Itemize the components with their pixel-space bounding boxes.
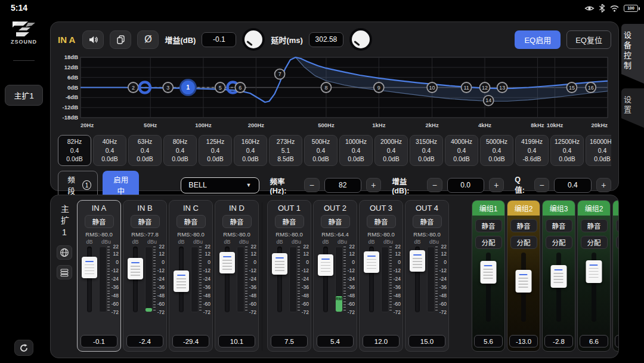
mute-button[interactable]: 静音 xyxy=(321,215,350,228)
channel-strip-out-4[interactable]: OUT 4静音RMS:-80.0dBdBu22120-12-24-36-48-6… xyxy=(405,200,449,352)
refresh-button[interactable] xyxy=(14,340,33,356)
eq-point-9[interactable]: 9 xyxy=(374,82,384,93)
tab-settings[interactable]: 设置 xyxy=(621,88,644,128)
eq-enable-button[interactable]: EQ启用 xyxy=(515,30,561,49)
channel-strip-in-d[interactable]: IN D静音RMS:-80.0dBdBu22120-12-24-36-48-60… xyxy=(215,200,259,352)
eq-point-3[interactable]: 3 xyxy=(163,82,173,93)
group-assign-button[interactable]: 分配 xyxy=(510,236,537,249)
freq-minus-button[interactable]: − xyxy=(304,178,319,192)
eq-point-12[interactable]: 12 xyxy=(480,82,490,93)
tab-device-control[interactable]: 设备控制 xyxy=(621,24,644,84)
eq-point-7[interactable]: 7 xyxy=(275,69,285,79)
eq-reset-button[interactable]: EQ复位 xyxy=(566,30,611,49)
mute-button[interactable]: 静音 xyxy=(275,215,304,228)
band-cell-5[interactable]: 125Hz0.40.0dB xyxy=(199,135,232,166)
band-gain-input[interactable]: 0.0 xyxy=(447,178,484,193)
channel-strip-out-2[interactable]: OUT 2静音RMS:-64.4dBdBuRMS22120-12-24-36-4… xyxy=(313,200,357,352)
fader-value[interactable]: 5.4 xyxy=(317,335,354,347)
fader-value[interactable]: -2.4 xyxy=(126,335,163,347)
group-fader-handle[interactable] xyxy=(516,270,532,293)
fader-handle[interactable] xyxy=(318,254,333,276)
fader-handle[interactable] xyxy=(174,270,189,292)
band-cell-8[interactable]: 500Hz0.40.0dB xyxy=(304,135,338,166)
device-rack-button[interactable] xyxy=(57,265,72,279)
eq-point-10[interactable]: 10 xyxy=(427,82,437,93)
fader-value[interactable]: 15.0 xyxy=(408,335,445,347)
gain-minus-button[interactable]: − xyxy=(427,178,442,192)
mute-button[interactable]: 静音 xyxy=(413,215,442,228)
mute-toggle-button[interactable] xyxy=(82,30,104,49)
band-cell-9[interactable]: 1000Hz0.40.0dB xyxy=(339,135,373,166)
channel-strip-out-3[interactable]: OUT 3静音RMS:-80.0dBdBu22120-12-24-36-48-6… xyxy=(359,200,403,352)
band-cell-3[interactable]: 63Hz0.40.0dB xyxy=(128,135,162,166)
delay-knob[interactable] xyxy=(349,28,372,51)
band-cell-15[interactable]: 12500Hz0.40.0dB xyxy=(550,135,584,166)
fader-handle[interactable] xyxy=(272,253,287,275)
band-cell-11[interactable]: 3150Hz0.40.0dB xyxy=(410,135,443,166)
band-cell-12[interactable]: 4000Hz0.40.0dB xyxy=(445,135,478,166)
band-cell-2[interactable]: 40Hz0.40.0dB xyxy=(93,135,126,166)
q-plus-button[interactable]: + xyxy=(596,178,611,192)
eq-point-13[interactable]: 13 xyxy=(497,82,507,93)
band-cell-14[interactable]: 4199Hz0.4-8.6dB xyxy=(515,135,549,166)
channel-strip-out-1[interactable]: OUT 1静音RMS:-80.0dBdBu22120-12-24-36-48-6… xyxy=(267,200,311,352)
group-strip-2[interactable]: 编组2静音分配-13.0 xyxy=(507,200,540,352)
group-assign-button[interactable]: 分配 xyxy=(546,236,572,249)
fader-handle[interactable] xyxy=(219,252,235,273)
fader-value[interactable]: 12.0 xyxy=(363,335,400,347)
group-mute-button[interactable]: 静音 xyxy=(581,219,608,232)
eq-graph[interactable]: 18dB12dB6dB0dB-6dB-12dB-18dB20Hz50Hz100H… xyxy=(58,54,611,131)
copy-settings-button[interactable] xyxy=(110,30,131,49)
band-cell-4[interactable]: 80Hz0.40.0dB xyxy=(163,135,197,166)
fader-value[interactable]: -0.1 xyxy=(80,335,117,347)
group-assign-button[interactable]: 分配 xyxy=(616,236,620,249)
group-fader-handle[interactable] xyxy=(551,265,567,288)
group-mute-button[interactable]: 静音 xyxy=(510,219,537,232)
eq-point-15[interactable]: 15 xyxy=(566,82,577,93)
channel-strip-in-a[interactable]: IN A静音RMS:-80.0dBdBu22120-12-24-36-48-60… xyxy=(77,200,121,352)
eq-point-1[interactable]: 1 xyxy=(180,80,196,96)
group-mute-button[interactable]: 静音 xyxy=(546,219,572,232)
band-cell-13[interactable]: 5000Hz0.40.0dB xyxy=(480,135,513,166)
band-cell-7[interactable]: 273Hz5.18.5dB xyxy=(269,135,302,166)
freq-input[interactable]: 82 xyxy=(324,178,361,193)
mute-button[interactable]: 静音 xyxy=(367,215,396,228)
group-mute-button[interactable]: 静音 xyxy=(475,219,502,232)
fader-value[interactable]: 10.1 xyxy=(218,335,255,347)
fader-handle[interactable] xyxy=(128,258,143,279)
gain-input[interactable]: -0.1 xyxy=(202,32,236,47)
q-minus-button[interactable]: − xyxy=(534,178,549,192)
fader-handle[interactable] xyxy=(82,257,97,278)
group-fader-value[interactable]: 6.6 xyxy=(580,335,608,347)
gain-plus-button[interactable]: + xyxy=(489,178,504,192)
band-cell-6[interactable]: 160Hz0.40.0dB xyxy=(234,135,267,166)
eq-point-16[interactable]: 16 xyxy=(586,82,596,93)
channel-strip-in-b[interactable]: IN B静音RMS:-77.8dBdBu22120-12-24-36-48-60… xyxy=(123,200,167,352)
network-button[interactable] xyxy=(57,245,72,260)
mute-button[interactable]: 静音 xyxy=(131,215,160,228)
group-fader-value[interactable]: 5.6 xyxy=(474,335,503,347)
mute-button[interactable]: 静音 xyxy=(222,215,252,228)
group-fader-value[interactable] xyxy=(615,335,619,347)
gain-knob[interactable] xyxy=(242,28,265,51)
group-strip-3[interactable]: 编组3静音分配-2.8 xyxy=(542,200,575,352)
delay-input[interactable]: 302.58 xyxy=(309,32,343,47)
mute-button[interactable]: 静音 xyxy=(85,215,114,228)
band-cell-10[interactable]: 2000Hz0.40.0dB xyxy=(374,135,408,166)
group-fader-handle[interactable] xyxy=(586,260,602,283)
device-preset-button[interactable]: 主扩1 xyxy=(5,85,42,106)
mute-button[interactable]: 静音 xyxy=(177,215,206,228)
eq-point-14[interactable]: 14 xyxy=(484,96,494,106)
freq-plus-button[interactable]: + xyxy=(366,178,381,192)
phase-invert-button[interactable]: Ø xyxy=(137,30,159,49)
eq-point-8[interactable]: 8 xyxy=(321,82,331,93)
fader-value[interactable]: -29.4 xyxy=(172,335,209,347)
group-fader-value[interactable]: -13.0 xyxy=(509,335,538,347)
eq-point-6[interactable]: 6 xyxy=(235,82,245,93)
group-strip-4[interactable]: 编组2静音分配6.6 xyxy=(577,200,611,352)
group-fader-value[interactable]: -2.8 xyxy=(544,335,573,347)
fader-handle[interactable] xyxy=(364,251,379,273)
group-mute-button[interactable]: 静音 xyxy=(616,219,620,232)
group-assign-button[interactable]: 分配 xyxy=(475,236,502,249)
group-strip-5[interactable]: 编组静音分配 xyxy=(612,200,619,352)
